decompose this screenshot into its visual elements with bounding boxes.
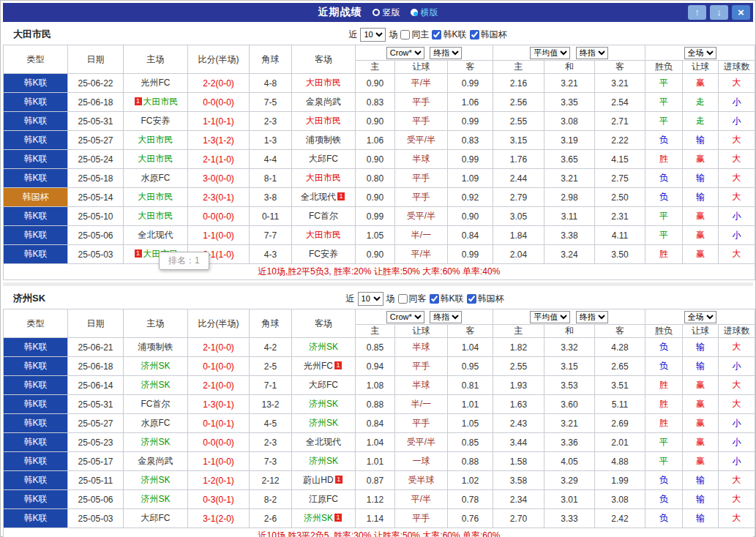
same-venue-option[interactable]: 同客 xyxy=(398,293,427,305)
home-team-cell: 济州SK xyxy=(124,357,188,376)
full-match-select[interactable]: 全场 xyxy=(684,311,716,323)
corners-cell: 2-6 xyxy=(250,509,292,528)
rank-tooltip: 排名：1 xyxy=(159,252,209,270)
full-match-select[interactable]: 全场 xyxy=(684,47,716,59)
korean-cup-option[interactable]: 韩国杯 xyxy=(470,29,507,41)
recent-count-select[interactable]: 10 xyxy=(358,292,383,306)
team-label: 浦项制铁 xyxy=(138,342,173,352)
asian-away-odds-cell: 0.88 xyxy=(448,452,493,471)
euro-draw-odds-cell: 3.60 xyxy=(544,395,595,414)
euro-away-odds-cell: 3.50 xyxy=(595,245,645,264)
corners-cell: 2-5 xyxy=(250,357,292,376)
match-row: 韩K联25-06-14济州SK2-1(0-0)7-1大邱FC1.08半球0.81… xyxy=(4,376,755,395)
bookmaker-select[interactable]: Crow* xyxy=(386,47,424,59)
average-odds-select[interactable]: 平均值 xyxy=(530,311,570,323)
asian-home-odds-cell: 1.05 xyxy=(356,226,395,245)
asian-home-odds-cell: 1.14 xyxy=(356,509,395,528)
close-button[interactable]: × xyxy=(732,5,750,20)
sub-col-euro-home: 主 xyxy=(493,61,544,74)
col-corner: 角球 xyxy=(250,45,292,74)
euro-home-odds-cell: 3.58 xyxy=(493,471,544,490)
away-team-cell: 济州SK xyxy=(292,452,356,471)
sub-col-asian-away: 客 xyxy=(448,61,493,74)
team-label: 大田市民 xyxy=(138,192,173,202)
match-rows: 韩K联25-06-21浦项制铁2-1(0-0)4-2济州SK0.85半球1.04… xyxy=(4,338,755,528)
handicap-cell: 平/半 xyxy=(395,74,448,93)
asian-final-odds-select[interactable]: 终指 xyxy=(430,311,462,323)
asian-home-odds-cell: 0.99 xyxy=(356,207,395,226)
euro-final-odds-select[interactable]: 终指 xyxy=(576,47,608,59)
filters-bar: 近 10 场 同客 韩K联 韩国杯 xyxy=(346,292,504,306)
sub-col-euro-away: 客 xyxy=(595,61,645,74)
asian-odds-group: Crow* 终指 xyxy=(356,309,493,325)
match-row: 韩K联25-05-23济州SK0-0(0-0)2-3全北现代1.04受平/半0.… xyxy=(4,433,755,452)
match-row: 韩K联25-05-031大田市民2-1(1-0)4-3FC安养0.90平/半0.… xyxy=(4,245,755,264)
euro-away-odds-cell: 4.88 xyxy=(595,452,645,471)
kleague-option[interactable]: 韩K联 xyxy=(432,29,466,41)
home-team-cell: 济州SK xyxy=(124,490,188,509)
score-cell: 2-1(0-0) xyxy=(188,338,250,357)
titlebar-buttons: ↑ ↓ × xyxy=(688,5,750,20)
score-cell: 0-1(0-0) xyxy=(188,357,250,376)
korean-cup-label: 韩国杯 xyxy=(478,293,504,305)
bookmaker-select[interactable]: Crow* xyxy=(386,311,424,323)
home-team-cell: 光州FC xyxy=(124,74,188,93)
move-down-button[interactable]: ↓ xyxy=(710,5,728,20)
red-card-badge: 1 xyxy=(334,514,342,522)
euro-final-odds-select[interactable]: 终指 xyxy=(576,311,608,323)
euro-home-odds-cell: 1.93 xyxy=(493,376,544,395)
games-label: 场 xyxy=(386,293,395,305)
recent-count-select[interactable]: 10 xyxy=(360,28,386,42)
kleague-option[interactable]: 韩K联 xyxy=(430,293,464,305)
euro-home-odds-cell: 2.16 xyxy=(493,74,544,93)
handicap-cell: 平手 xyxy=(395,414,448,433)
team-label: FC安养 xyxy=(309,249,338,259)
asian-away-odds-cell: 0.90 xyxy=(448,207,493,226)
move-up-button[interactable]: ↑ xyxy=(688,5,706,20)
team-label: 大田市民 xyxy=(306,116,341,126)
up-arrow-icon: ↑ xyxy=(695,7,700,18)
home-team-cell: 济州SK xyxy=(124,433,188,452)
team-label: 济州SK xyxy=(304,513,333,523)
euro-away-odds-cell: 3.51 xyxy=(595,376,645,395)
handicap-result-cell: 输 xyxy=(683,169,719,188)
team-label: 光州FC xyxy=(304,361,333,371)
kleague-checkbox[interactable] xyxy=(432,30,441,40)
dialog-titlebar: 近期战绩 竖版 横版 ↑ ↓ × xyxy=(3,3,753,22)
same-venue-option[interactable]: 同主 xyxy=(400,29,429,41)
match-row: 韩K联25-05-10大田市民0-0(0-0)0-11FC首尔0.99受平/半0… xyxy=(4,207,755,226)
away-team-cell: 浦项制铁 xyxy=(292,131,356,150)
score-cell: 1-3(0-1) xyxy=(188,395,250,414)
korean-cup-checkbox[interactable] xyxy=(470,30,479,40)
team-label: 济州SK xyxy=(141,380,170,390)
asian-final-odds-select[interactable]: 终指 xyxy=(430,47,462,59)
same-venue-checkbox[interactable] xyxy=(398,294,408,304)
layout-radio-vertical[interactable]: 竖版 xyxy=(373,7,400,19)
goals-result-cell: 大 xyxy=(719,509,755,528)
score-cell: 1-3(1-2) xyxy=(188,131,250,150)
korean-cup-label: 韩国杯 xyxy=(481,29,507,41)
radio-label: 竖版 xyxy=(383,7,400,19)
same-venue-checkbox[interactable] xyxy=(400,30,410,40)
date-cell: 25-05-24 xyxy=(68,150,124,169)
average-odds-select[interactable]: 平均值 xyxy=(530,47,570,59)
date-cell: 25-05-27 xyxy=(68,131,124,150)
results-table: 类型 日期 主场 比分(半场) 角球 客场 Crow* 终指 平均值 终指 xyxy=(3,45,755,280)
match-result-cell: 胜 xyxy=(645,245,683,264)
home-team-cell: 水原FC xyxy=(124,414,188,433)
away-team-cell: 蔚山HD1 xyxy=(292,471,356,490)
handicap-cell: 受平/半 xyxy=(395,433,448,452)
corners-cell: 7-3 xyxy=(250,452,292,471)
handicap-cell: 受半球 xyxy=(395,471,448,490)
score-cell: 2-1(0-0) xyxy=(188,376,250,395)
euro-draw-odds-cell: 3.08 xyxy=(544,112,595,131)
home-team-cell: 大邱FC xyxy=(124,509,188,528)
layout-radio-horizontal[interactable]: 横版 xyxy=(411,7,438,19)
league-type-cell: 韩国杯 xyxy=(4,188,68,207)
kleague-checkbox[interactable] xyxy=(430,294,439,304)
korean-cup-checkbox[interactable] xyxy=(467,294,476,304)
handicap-cell: 平/半 xyxy=(395,490,448,509)
korean-cup-option[interactable]: 韩国杯 xyxy=(467,293,504,305)
handicap-cell: 半球 xyxy=(395,376,448,395)
league-type-cell: 韩K联 xyxy=(4,471,68,490)
